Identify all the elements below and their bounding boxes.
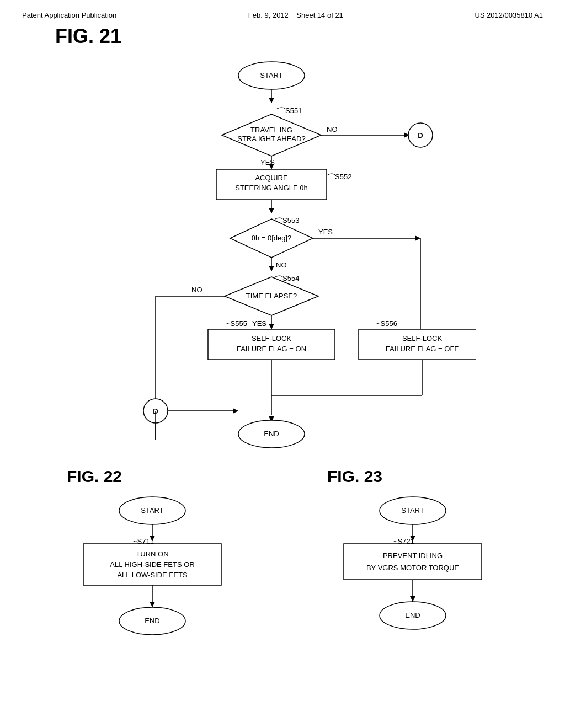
- fig21-s553-yes: YES: [318, 228, 333, 236]
- page-header: Patent Application Publication Feb. 9, 2…: [22, 11, 543, 19]
- bottom-figures: FIG. 22 START ~S711 TURN ON ALL HIGH-SID…: [22, 467, 543, 679]
- fig21-s555-text2: FAILURE FLAG = ON: [237, 345, 306, 353]
- fig21-start-text: START: [260, 71, 282, 79]
- fig21-s553-text: θh = 0[deg]?: [252, 234, 292, 242]
- fig21-end-text: END: [264, 430, 279, 438]
- fig21-s556-label: ~S556: [376, 319, 397, 328]
- fig21-s551-no: NO: [327, 125, 338, 133]
- svg-marker-11: [269, 208, 274, 213]
- fig22-s711-text2: ALL HIGH-SIDE FETS OR: [110, 560, 194, 569]
- fig21-s554-no: NO: [191, 286, 202, 294]
- fig21-d-right: D: [418, 131, 423, 140]
- svg-marker-17: [269, 266, 274, 271]
- fig23-end: END: [405, 611, 420, 619]
- header-center: Feb. 9, 2012 Sheet 14 of 21: [248, 11, 343, 19]
- fig22-end: END: [145, 617, 159, 625]
- svg-marker-47: [410, 596, 415, 602]
- fig21-s551-text2: STRA IGHT AHEAD?: [237, 135, 305, 143]
- svg-marker-2: [269, 98, 274, 103]
- svg-marker-14: [415, 235, 420, 241]
- fig21-s552-text2: STEERING ANGLE θh: [235, 184, 308, 192]
- fig21-s551-text1: TRAVEL ING: [250, 126, 292, 134]
- fig23-block: FIG. 23 START ~S721 PREVENT IDLING BY VG…: [327, 467, 498, 679]
- svg-marker-22: [269, 324, 274, 329]
- fig23-title: FIG. 23: [327, 467, 382, 486]
- fig22-s711-text1: TURN ON: [136, 550, 168, 558]
- page: Patent Application Publication Feb. 9, 2…: [0, 0, 565, 728]
- fig23-start: START: [401, 506, 424, 515]
- fig21-s556-text2: FAILURE FLAG = OFF: [386, 345, 459, 353]
- fig21-title: FIG. 21: [55, 25, 543, 48]
- fig21-s553-label: S553: [282, 216, 299, 224]
- fig21-s555-text1: SELF-LOCK: [252, 334, 292, 342]
- fig23-svg: START ~S721 PREVENT IDLING BY VGRS MOTOR…: [327, 491, 498, 679]
- fig21-s555-label2: ~S555: [226, 319, 247, 328]
- svg-rect-45: [344, 544, 482, 580]
- svg-marker-40: [150, 602, 155, 607]
- fig21-s551-label: S551: [285, 106, 302, 115]
- fig23-s721-text1: PREVENT IDLING: [383, 552, 443, 560]
- fig21-svg: START S551 TRAVEL ING STRA IGHT AHEAD? N…: [89, 53, 476, 451]
- fig22-s711-text3: ALL LOW-SIDE FETS: [117, 571, 187, 579]
- fig22-start: START: [141, 506, 163, 515]
- fig22-svg: START ~S711 TURN ON ALL HIGH-SIDE FETS O…: [67, 491, 238, 679]
- fig21-s554-label: S554: [282, 274, 299, 282]
- fig21-flowchart: START S551 TRAVEL ING STRA IGHT AHEAD? N…: [22, 53, 543, 451]
- header-right: US 2012/0035810 A1: [475, 11, 543, 19]
- fig21-s554-text: TIME ELAPSE?: [246, 292, 297, 300]
- fig22-title: FIG. 22: [67, 467, 122, 486]
- svg-marker-30: [233, 408, 238, 414]
- fig21-s555-label: YES: [252, 319, 266, 328]
- header-left: Patent Application Publication: [22, 11, 116, 19]
- fig21-s556-text1: SELF-LOCK: [402, 334, 443, 342]
- fig21-s552-text1: ACQUIRE: [255, 174, 288, 182]
- fig21-s552-label: S552: [335, 173, 351, 181]
- fig22-block: FIG. 22 START ~S711 TURN ON ALL HIGH-SID…: [67, 467, 238, 679]
- fig21-s553-no: NO: [276, 261, 287, 269]
- fig21-s551-yes: YES: [260, 158, 275, 167]
- fig23-s721-text2: BY VGRS MOTOR TORQUE: [366, 564, 459, 572]
